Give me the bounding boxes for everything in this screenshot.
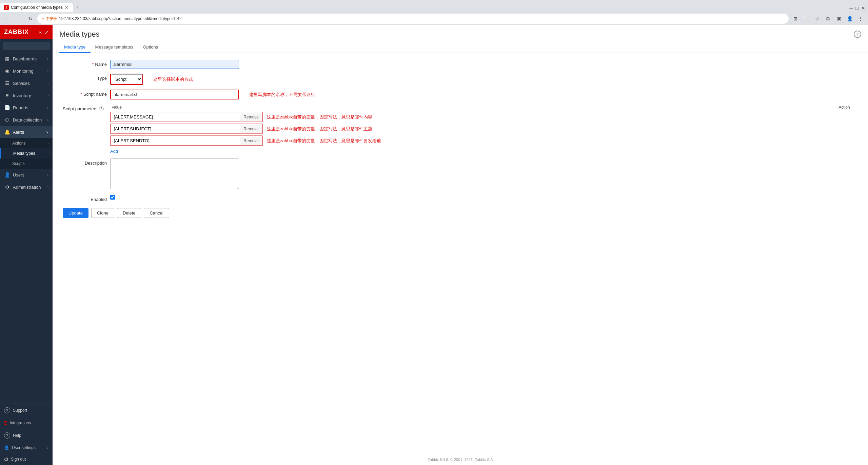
- type-label: Type: [63, 74, 107, 81]
- sidebar-toggle[interactable]: ▣: [834, 14, 844, 23]
- cancel-button[interactable]: Cancel: [144, 208, 169, 218]
- sidebar-bottom-user-settings[interactable]: 👤 User settings ›: [0, 442, 53, 453]
- logo-text: ZABBIX: [4, 29, 29, 36]
- tabs-container: Media type Message templates Options: [53, 42, 868, 53]
- page-header: Media types ?: [53, 25, 868, 39]
- sidebar-bottom-integrations[interactable]: Z Integrations: [0, 417, 53, 429]
- nav-forward-button[interactable]: →: [14, 14, 24, 23]
- script-name-input[interactable]: [111, 90, 238, 99]
- sidebar-item-administration[interactable]: ⚙ Administration ›: [0, 181, 53, 193]
- nav-refresh-button[interactable]: ↻: [26, 14, 35, 23]
- enabled-checkbox[interactable]: [110, 195, 115, 200]
- type-select[interactable]: Script Email SMS Webhook: [111, 74, 142, 84]
- screenshot-icon[interactable]: ⬜: [802, 14, 811, 23]
- sidebar-expand-button[interactable]: ⤢: [44, 30, 48, 35]
- enabled-label: Enabled: [63, 195, 107, 202]
- nav-back-button[interactable]: ←: [3, 14, 12, 23]
- sidebar-search-input[interactable]: [3, 42, 50, 50]
- params-help-icon[interactable]: ?: [99, 107, 104, 111]
- bookmark-icon[interactable]: ☆: [812, 14, 822, 23]
- profile-icon[interactable]: 👤: [845, 14, 854, 23]
- tab-close-button[interactable]: ✕: [65, 5, 69, 10]
- form-row-enabled: Enabled: [63, 195, 858, 202]
- enabled-field-container: [110, 195, 858, 200]
- form-row-name: Name document.querySelector('[data-name=…: [63, 60, 858, 69]
- administration-icon: ⚙: [4, 184, 10, 190]
- tab-title: Configuration of media types: [11, 5, 63, 10]
- sidebar-item-label: Data collection: [13, 117, 42, 123]
- chevron-icon: ›: [47, 185, 48, 189]
- user-settings-label: User settings: [12, 445, 36, 450]
- address-bar[interactable]: ⚠ 不安全 192.168.234.33/zabbix.php?action=m…: [37, 14, 789, 24]
- new-tab-button[interactable]: +: [73, 2, 83, 12]
- sidebar-item-monitoring[interactable]: ◉ Monitoring ›: [0, 65, 53, 77]
- main-content: Media types ? Media type Message templat…: [53, 25, 868, 465]
- sidebar-item-label: Dashboards: [13, 56, 37, 61]
- sidebar-collapse-button[interactable]: «: [39, 29, 42, 35]
- minimize-button[interactable]: ─: [850, 5, 853, 11]
- chevron-icon: ›: [47, 173, 48, 177]
- form-area: Name document.querySelector('[data-name=…: [53, 53, 868, 454]
- tab-media-type[interactable]: Media type: [59, 42, 91, 53]
- form-row-script-params: Script parameters ? Value Action Remove …: [63, 104, 858, 154]
- url-text: 192.168.234.33/zabbix.php?action=mediaty…: [59, 16, 182, 21]
- description-textarea[interactable]: [110, 159, 239, 189]
- sidebar-item-label: Inventory: [13, 93, 31, 98]
- sidebar-item-reports[interactable]: 📄 Reports ›: [0, 101, 53, 114]
- sidebar-item-label: Services: [13, 81, 30, 86]
- form-buttons: Update Clone Delete Cancel: [63, 208, 858, 218]
- support-icon: ?: [4, 407, 10, 413]
- tab-options[interactable]: Options: [138, 42, 163, 53]
- sidebar-item-data-collection[interactable]: ⬡ Data collection ›: [0, 114, 53, 126]
- sidebar-item-services[interactable]: ☰ Services ›: [0, 77, 53, 89]
- browser-tab-active[interactable]: Z Configuration of media types ✕: [0, 3, 73, 12]
- sidebar-sub-item-actions[interactable]: Actions ›: [0, 138, 53, 148]
- param-remove-3[interactable]: Remove: [240, 137, 262, 145]
- sign-out-label: Sign out: [11, 457, 26, 462]
- param-input-1[interactable]: [111, 112, 240, 122]
- page-help-icon[interactable]: ?: [854, 31, 861, 38]
- sidebar-bottom-help[interactable]: ? Help: [0, 429, 53, 442]
- sidebar-item-dashboards[interactable]: ▦ Dashboards ›: [0, 53, 53, 65]
- tab-favicon: Z: [4, 5, 9, 10]
- sidebar-sub-item-scripts[interactable]: Scripts: [0, 159, 53, 169]
- sign-out-icon: ⏻: [4, 457, 8, 462]
- sidebar-bottom-support[interactable]: ? Support: [0, 404, 53, 417]
- sidebar-item-users[interactable]: 👤 Users ›: [0, 169, 53, 181]
- menu-icon[interactable]: ⋮: [856, 14, 865, 23]
- param-remove-2[interactable]: Remove: [240, 125, 262, 133]
- app-container: ZABBIX « ⤢ ▦ Dashboards › ◉ Monitoring ›…: [0, 25, 868, 465]
- translate-icon[interactable]: ⊞: [791, 14, 800, 23]
- chevron-icon: ›: [47, 106, 48, 110]
- clone-button[interactable]: Clone: [91, 208, 114, 218]
- security-warning: ⚠ 不安全: [41, 16, 57, 21]
- maximize-button[interactable]: □: [856, 5, 859, 11]
- params-add-button[interactable]: Add: [110, 149, 118, 154]
- chevron-icon: ›: [47, 81, 48, 85]
- name-label: Name: [63, 60, 107, 67]
- delete-button[interactable]: Delete: [117, 208, 141, 218]
- sidebar-item-label: Reports: [13, 105, 28, 110]
- sidebar-item-inventory[interactable]: ≡ Inventory ›: [0, 89, 53, 101]
- sidebar-bottom-sign-out[interactable]: ⏻ Sign out: [0, 453, 53, 465]
- help-icon: ?: [4, 432, 10, 439]
- integrations-label: Integrations: [10, 421, 31, 425]
- update-button[interactable]: Update: [63, 208, 88, 218]
- browser-window-controls: ─ □ ✕: [847, 4, 868, 12]
- close-window-button[interactable]: ✕: [861, 5, 865, 11]
- browser-chrome: Z Configuration of media types ✕ + ─ □ ✕…: [0, 0, 868, 25]
- actions-label: Actions: [12, 141, 25, 146]
- sidebar-item-label: Users: [13, 172, 24, 178]
- tab-message-templates[interactable]: Message templates: [91, 42, 138, 53]
- param-input-3[interactable]: [111, 136, 240, 145]
- param-input-2[interactable]: [111, 124, 240, 133]
- name-input[interactable]: [110, 60, 239, 69]
- sidebar-item-alerts[interactable]: 🔔 Alerts ∨: [0, 126, 53, 138]
- description-label: Description: [63, 159, 107, 166]
- param3-annotation: 这里是zabbix自带的变量，固定写法，意思是邮件要发给谁: [267, 138, 381, 144]
- sidebar-item-label: Monitoring: [13, 69, 34, 74]
- extensions-icon[interactable]: ⧉: [823, 14, 833, 23]
- form-row-script-name: Script name 这里写脚本的名称，不需要带路径: [63, 90, 858, 99]
- param-remove-1[interactable]: Remove: [240, 113, 262, 121]
- sidebar-sub-item-media-types[interactable]: Media types: [0, 148, 53, 159]
